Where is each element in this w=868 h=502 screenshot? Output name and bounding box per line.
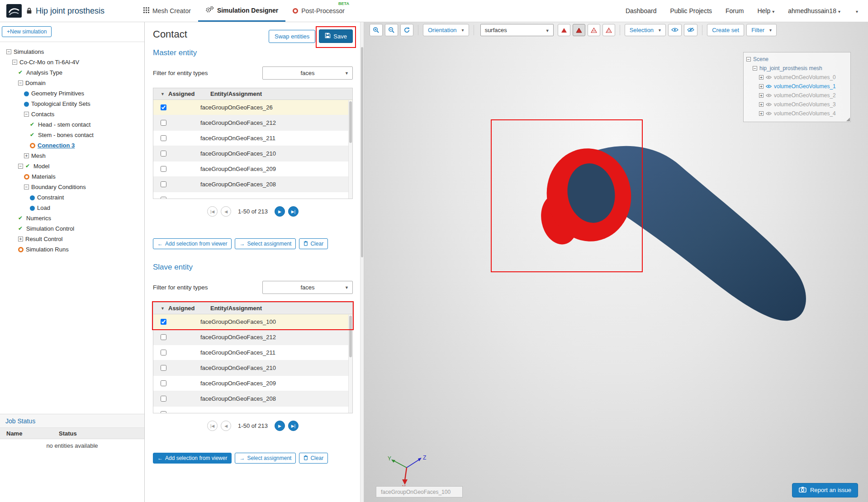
eye-icon[interactable] [766,94,772,97]
scene-volume-node[interactable]: volumeOnGeoVolumes_0 [746,73,848,82]
scene-mesh-node[interactable]: hip_joint_prosthesis mesh [746,64,848,73]
nav-link-forum[interactable]: Forum [726,7,744,14]
assign-checkbox[interactable] [161,120,166,126]
scrollbar-thumb[interactable] [361,47,363,257]
master-entity-type-select[interactable]: faces ▼ [262,66,353,80]
tree-item-label[interactable]: Result Control [25,236,62,242]
next-page-button[interactable]: ▶ [275,421,285,431]
render-wireframe-button[interactable] [588,24,600,36]
scrollbar-thumb[interactable] [349,316,352,357]
tree-item[interactable]: Simulation Control [4,223,142,234]
mesh-label[interactable]: hip_joint_prosthesis mesh [759,65,822,71]
create-set-button[interactable]: Create set [707,24,744,36]
assign-checkbox[interactable] [161,411,166,413]
tree-item-label[interactable]: Simulation Runs [26,246,69,253]
filter-dropdown[interactable]: Filter▾ [746,24,777,36]
selection-dropdown[interactable]: Selection▾ [625,24,666,36]
tree-expander-icon[interactable] [24,153,29,158]
zoom-in-button[interactable] [370,24,383,36]
tree-item-label[interactable]: Head - stem contact [38,121,90,128]
scene-volume-node[interactable]: volumeOnGeoVolumes_1 [746,82,848,91]
tree-item[interactable]: Mesh [4,151,142,161]
table-scrollbar[interactable] [348,315,352,413]
tab-mesh-creator[interactable]: Mesh Creator [136,0,198,22]
eye-icon[interactable] [766,103,772,106]
scene-volume-node[interactable]: volumeOnGeoVolumes_2 [746,91,848,100]
tree-item[interactable]: Connection 3 [4,140,142,151]
volume-label[interactable]: volumeOnGeoVolumes_2 [774,92,836,99]
scene-root-node[interactable]: Scene [746,55,848,64]
tree-item-label[interactable]: Numerics [26,215,51,222]
entity-table-row[interactable] [153,192,352,199]
tree-item[interactable]: Numerics [4,213,142,223]
expand-icon[interactable] [759,102,764,107]
assign-checkbox[interactable] [161,135,166,141]
render-points-button[interactable] [602,24,615,36]
assign-checkbox[interactable] [161,151,166,156]
assign-checkbox[interactable] [161,396,166,402]
tree-expander-icon[interactable] [18,164,23,169]
scene-volume-node[interactable]: volumeOnGeoVolumes_4 [746,109,848,118]
tree-item-label[interactable]: Topological Entity Sets [31,100,90,107]
simscale-logo-icon[interactable] [6,4,22,18]
scene-label[interactable]: Scene [753,56,768,62]
tree-item-label[interactable]: Model [33,163,49,170]
assigned-column-header[interactable]: Assigned [168,88,195,100]
entity-table-row[interactable]: faceGroupOnGeoFaces_211 [153,345,352,360]
tab-post-processor[interactable]: Post-Processor BETA [285,0,352,22]
prev-page-button[interactable]: ◀ [221,206,231,217]
entity-table-row[interactable]: faceGroupOnGeoFaces_209 [153,161,352,177]
last-page-button[interactable]: ▶| [288,421,299,431]
tree-item[interactable]: Model [4,161,142,171]
nav-link-public-projects[interactable]: Public Projects [670,7,712,14]
slave-entity-type-select[interactable]: faces ▼ [262,281,353,294]
entity-column-header[interactable]: Entity/Assignment [210,88,262,100]
tree-item-label[interactable]: Mesh [31,152,46,159]
volume-label[interactable]: volumeOnGeoVolumes_1 [774,83,836,90]
tree-item[interactable]: Simulations [4,47,142,57]
tree-item-label[interactable]: Connection 3 [38,142,75,149]
next-page-button[interactable]: ▶ [275,206,285,217]
tree-expander-icon[interactable] [18,237,23,242]
tree-item[interactable]: Head - stem contact [4,119,142,130]
tree-item[interactable]: Contacts [4,109,142,119]
tree-item-label[interactable]: Materials [32,173,56,180]
tree-expander-icon[interactable] [6,49,11,54]
orientation-dropdown[interactable]: Orientation▾ [423,24,469,36]
entity-table-row[interactable]: faceGroupOnGeoFaces_209 [153,376,352,391]
tree-item-label[interactable]: Geometry Primitives [31,90,84,97]
tree-item[interactable]: Domain [4,78,142,88]
swap-entities-button[interactable]: Swap entities [269,30,315,43]
tree-item-label[interactable]: Simulation Control [26,225,74,232]
table-scrollbar[interactable] [348,100,352,199]
scrollbar-thumb[interactable] [349,101,352,143]
tree-expander-icon[interactable] [24,185,29,189]
hide-selection-button[interactable] [684,24,697,36]
sort-desc-icon[interactable]: ▼ [161,88,165,100]
tree-item[interactable]: Analysis Type [4,67,142,78]
tree-item-label[interactable]: Stem - bones contact [38,132,94,138]
entity-table-row[interactable]: faceGroupOnGeoFaces_208 [153,391,352,407]
tree-item-label[interactable]: Load [37,204,50,211]
volume-label[interactable]: volumeOnGeoVolumes_0 [774,74,836,81]
user-menu[interactable]: ahmedhussain18▾ [788,7,840,14]
add-selection-from-viewer-button[interactable]: ←Add selection from viewer [153,453,232,464]
tree-item[interactable]: Result Control [4,234,142,244]
entity-table-row[interactable]: faceGroupOnGeoFaces_208 [153,177,352,192]
tab-simulation-designer[interactable]: Simulation Designer [198,0,285,22]
volume-label[interactable]: volumeOnGeoVolumes_3 [774,101,836,108]
panel-scrollbar[interactable] [360,22,364,502]
tree-item-label[interactable]: Boundary Conditions [31,184,86,190]
clear-button[interactable]: Clear [299,453,328,464]
tree-item-label[interactable]: Simulations [14,48,44,55]
render-target-select[interactable]: surfaces ▼ [480,24,554,36]
assign-checkbox[interactable] [161,365,166,371]
expand-icon[interactable] [759,84,764,89]
viewer-3d[interactable]: Orientation▾ surfaces ▼ Selection▾ Creat… [364,22,868,502]
select-assignment-button[interactable]: →Select assignment [235,238,296,249]
sort-desc-icon[interactable]: ▼ [161,303,165,314]
eye-icon[interactable] [766,112,772,115]
assign-checkbox[interactable] [161,104,166,110]
entity-table-row[interactable]: faceGroupOnGeoFaces_212 [153,115,352,131]
assign-checkbox[interactable] [161,319,166,325]
